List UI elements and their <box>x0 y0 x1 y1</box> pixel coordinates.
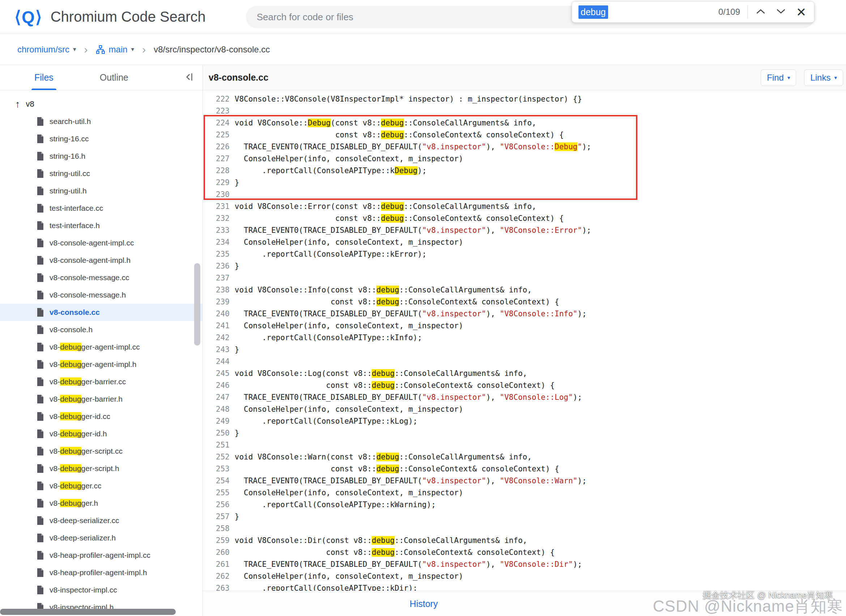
file-item[interactable]: v8-debugger-barrier.h <box>0 390 203 408</box>
tab-files[interactable]: Files <box>34 65 53 90</box>
line-number[interactable]: 254 <box>203 475 235 487</box>
line-number[interactable]: 222 <box>203 93 235 105</box>
file-item[interactable]: v8-console.h <box>0 321 203 338</box>
sidebar-vertical-scrollbar[interactable] <box>194 263 200 346</box>
line-number[interactable]: 244 <box>203 356 235 368</box>
line-number[interactable]: 236 <box>203 260 235 272</box>
sidebar: Files Outline ↑ v8 search-util.hstring-1… <box>0 65 203 616</box>
line-number[interactable]: 253 <box>203 463 235 475</box>
line-number[interactable]: 239 <box>203 296 235 308</box>
code-line: 263 .reportCall(ConsoleAPIType::kDir); <box>203 582 846 591</box>
file-item[interactable]: v8-console-message.cc <box>0 269 203 286</box>
sidebar-horizontal-scrollbar[interactable] <box>0 609 176 615</box>
file-item[interactable]: v8-debugger-id.cc <box>0 408 203 425</box>
line-number[interactable]: 245 <box>203 368 235 380</box>
find-next-button[interactable] <box>771 2 791 22</box>
file-item[interactable]: string-util.cc <box>0 165 203 182</box>
line-number[interactable]: 251 <box>203 439 235 451</box>
file-item[interactable]: v8-debugger-barrier.cc <box>0 373 203 390</box>
line-number[interactable]: 262 <box>203 571 235 582</box>
file-item[interactable]: v8-debugger.cc <box>0 477 203 494</box>
file-item[interactable]: v8-debugger-id.h <box>0 425 203 443</box>
links-menu-button[interactable]: Links ▾ <box>804 69 843 86</box>
line-number[interactable]: 238 <box>203 284 235 296</box>
line-number[interactable]: 248 <box>203 403 235 415</box>
file-item[interactable]: v8-heap-profiler-agent-impl.h <box>0 564 203 581</box>
line-number[interactable]: 240 <box>203 308 235 320</box>
line-number[interactable]: 257 <box>203 511 235 523</box>
file-item[interactable]: v8-deep-serializer.cc <box>0 512 203 529</box>
file-item[interactable]: v8-deep-serializer.h <box>0 529 203 547</box>
collapse-sidebar-button[interactable] <box>184 72 194 84</box>
file-item[interactable]: v8-console.cc <box>0 304 203 321</box>
line-number[interactable]: 229 <box>203 177 235 189</box>
line-number[interactable]: 252 <box>203 451 235 463</box>
find-bar[interactable]: debug 0/109 × <box>571 1 815 23</box>
file-item[interactable]: v8-debugger.h <box>0 494 203 512</box>
line-number[interactable]: 242 <box>203 332 235 344</box>
code-line: 223 <box>203 105 846 117</box>
line-number[interactable]: 241 <box>203 320 235 332</box>
line-number[interactable]: 235 <box>203 248 235 260</box>
code-editor[interactable]: 222V8Console::V8Console(V8InspectorImpl*… <box>203 90 846 591</box>
file-label: search-util.h <box>50 117 91 126</box>
tab-outline[interactable]: Outline <box>100 65 128 90</box>
line-number[interactable]: 250 <box>203 427 235 439</box>
line-number[interactable]: 224 <box>203 117 235 129</box>
line-number[interactable]: 243 <box>203 344 235 356</box>
line-number[interactable]: 233 <box>203 224 235 236</box>
line-number[interactable]: 237 <box>203 272 235 284</box>
line-number[interactable]: 234 <box>203 236 235 248</box>
line-number[interactable]: 259 <box>203 535 235 547</box>
line-number[interactable]: 255 <box>203 487 235 499</box>
code-line: 243} <box>203 344 846 356</box>
file-item[interactable]: v8-console-message.h <box>0 286 203 304</box>
line-number[interactable]: 260 <box>203 547 235 559</box>
breadcrumb-branch[interactable]: main ▾ <box>96 44 135 54</box>
line-number[interactable]: 246 <box>203 380 235 392</box>
line-number[interactable]: 261 <box>203 559 235 571</box>
tree-root-v8[interactable]: ↑ v8 <box>0 95 203 113</box>
line-number[interactable]: 231 <box>203 201 235 213</box>
find-menu-button[interactable]: Find ▾ <box>761 69 796 86</box>
line-number[interactable]: 230 <box>203 189 235 201</box>
code-line: 233 TRACE_EVENT0(TRACE_DISABLED_BY_DEFAU… <box>203 224 846 236</box>
line-number[interactable]: 228 <box>203 165 235 177</box>
line-number[interactable]: 227 <box>203 153 235 165</box>
file-item[interactable]: string-util.h <box>0 182 203 199</box>
line-number[interactable]: 225 <box>203 129 235 141</box>
app-logo-icon[interactable]: ⟨Q⟩ <box>15 7 43 27</box>
line-number[interactable]: 226 <box>203 141 235 153</box>
tab-history[interactable]: History <box>410 598 438 609</box>
file-item[interactable]: v8-debugger-script.cc <box>0 443 203 460</box>
file-header: v8-console.cc Find ▾ Links ▾ <box>203 65 846 90</box>
find-previous-button[interactable] <box>751 2 771 22</box>
line-number[interactable]: 256 <box>203 499 235 511</box>
code-line: 229} <box>203 177 846 189</box>
file-label: string-16.h <box>50 152 85 160</box>
file-item[interactable]: test-interface.cc <box>0 199 203 217</box>
file-item[interactable]: v8-inspector-impl.cc <box>0 581 203 598</box>
file-item[interactable]: v8-console-agent-impl.h <box>0 252 203 269</box>
file-item[interactable]: v8-debugger-agent-impl.h <box>0 356 203 373</box>
file-item[interactable]: v8-debugger-agent-impl.cc <box>0 338 203 356</box>
code-line: 231void V8Console::Error(const v8::debug… <box>203 201 846 213</box>
file-item[interactable]: v8-console-agent-impl.cc <box>0 234 203 252</box>
line-number[interactable]: 247 <box>203 392 235 403</box>
file-item[interactable]: v8-heap-profiler-agent-impl.cc <box>0 547 203 564</box>
line-number[interactable]: 263 <box>203 582 235 591</box>
line-number[interactable]: 223 <box>203 105 235 117</box>
breadcrumb-repo[interactable]: chromium/src ▾ <box>18 44 76 54</box>
file-item[interactable]: string-16.cc <box>0 130 203 148</box>
file-item[interactable]: test-interface.h <box>0 217 203 234</box>
find-close-button[interactable]: × <box>791 2 811 22</box>
file-icon <box>36 499 44 508</box>
file-item[interactable]: string-16.h <box>0 148 203 165</box>
file-item[interactable]: v8-debugger-script.h <box>0 460 203 477</box>
line-number[interactable]: 249 <box>203 415 235 427</box>
code-line: 258 <box>203 523 846 535</box>
find-input[interactable]: debug <box>579 6 608 19</box>
line-number[interactable]: 232 <box>203 213 235 224</box>
file-item[interactable]: search-util.h <box>0 113 203 130</box>
line-number[interactable]: 258 <box>203 523 235 535</box>
